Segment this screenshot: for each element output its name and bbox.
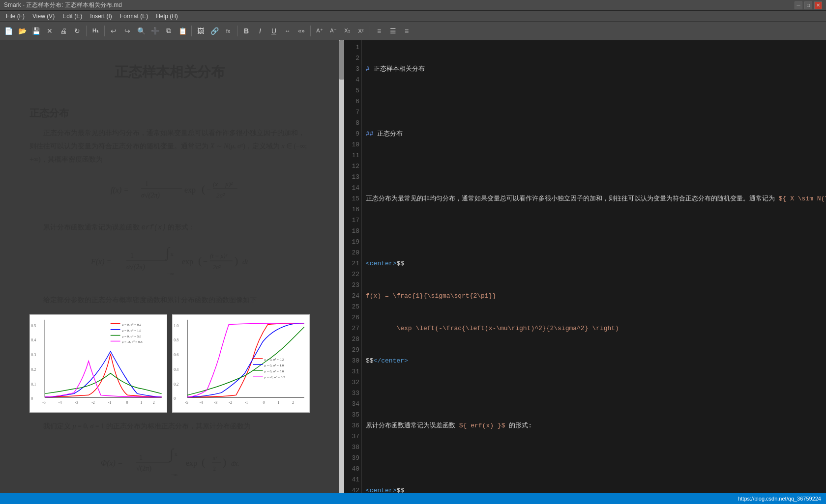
tb-open[interactable]: 📂: [16, 25, 29, 37]
ln-4: 4: [348, 75, 359, 85]
ln-42: 42: [348, 485, 359, 493]
cdf-chart: 0 0.2 0.4 0.6 0.8 1.0 -5 -4 -3 -2 -1: [172, 314, 310, 413]
svg-text:x²: x²: [212, 454, 217, 461]
code-editor[interactable]: # 正态样本相关分布 ## 正态分布 正态分布为最常见的非均匀分布，通常如果变量…: [362, 40, 826, 493]
ln-39: 39: [348, 453, 359, 464]
editor-scroll: 1 2 3 4 5 6 7 8 9 10 11 12 13 14 15 16 1…: [344, 40, 826, 493]
toolbar-sep-5: [310, 26, 311, 36]
tb-refresh[interactable]: ↻: [71, 25, 84, 37]
svg-text:(: (: [198, 254, 202, 267]
svg-text:μ = 0, σ² = 1.0: μ = 0, σ² = 1.0: [122, 329, 142, 332]
tb-italic[interactable]: I: [254, 25, 266, 37]
menu-format[interactable]: Format (E): [116, 12, 152, 21]
ln-9: 9: [348, 129, 359, 140]
preview-para2: 累计分布函数通常记为误差函数 erf(x) 的形式：: [30, 221, 310, 234]
svg-text:2σ²: 2σ²: [216, 192, 225, 199]
main-area: 正态样本相关分布 正态分布 正态分布为最常见的非均匀分布，通常如果变量总可以看作…: [0, 40, 826, 493]
tb-undo[interactable]: ↩: [107, 25, 120, 37]
ln-3: 3: [348, 64, 359, 75]
pdf-chart-svg: 0 0.1 0.2 0.3 0.4 0.5 -5 -4 -3 -2 -1: [30, 315, 167, 412]
tb-formula[interactable]: fx: [222, 25, 235, 37]
ln-37: 37: [348, 431, 359, 442]
tb-quotes[interactable]: «»: [295, 25, 308, 37]
svg-text:2σ²: 2σ²: [213, 264, 221, 271]
tb-strikethrough[interactable]: ↔: [281, 25, 294, 37]
ln-29: 29: [348, 345, 359, 356]
menu-view[interactable]: View (V): [29, 12, 59, 21]
svg-text:0.3: 0.3: [31, 353, 36, 357]
tb-underline[interactable]: U: [267, 25, 280, 37]
line-numbers: 1 2 3 4 5 6 7 8 9 10 11 12 13 14 15 16 1…: [344, 40, 362, 493]
formula-pdf: f(x) = 1 σ√(2π) exp ( − (x − μ)² 2σ² ): [30, 174, 310, 213]
svg-text:(: (: [202, 183, 205, 195]
svg-text:-3: -3: [214, 400, 218, 405]
minimize-button[interactable]: ─: [795, 1, 802, 9]
preview-scrollbar[interactable]: [339, 40, 344, 493]
menu-help[interactable]: Help (H): [152, 12, 182, 21]
svg-text:-5: -5: [42, 400, 46, 405]
formula-phi: Φ(x) = 1 √(2π) x −∞ ∫ exp ( − x² 2 ): [30, 441, 310, 490]
tb-fontsize-down[interactable]: A⁻: [327, 25, 340, 37]
code-line-10: $$</center>: [366, 356, 822, 366]
formula-pdf-svg: f(x) = 1 σ√(2π) exp ( − (x − μ)² 2σ² ): [101, 174, 238, 208]
maximize-button[interactable]: □: [804, 1, 812, 9]
tb-link[interactable]: 🔗: [208, 25, 221, 37]
svg-text:x: x: [171, 251, 174, 257]
tb-align-right[interactable]: ≡: [400, 25, 413, 37]
svg-text:2: 2: [292, 400, 294, 405]
ln-22: 22: [348, 269, 359, 280]
tb-image[interactable]: 🖼: [194, 25, 207, 37]
svg-text:0: 0: [174, 396, 176, 401]
tb-close[interactable]: ✕: [43, 25, 56, 37]
tb-subscript[interactable]: X₂: [341, 25, 354, 37]
tb-search[interactable]: 🔍: [135, 25, 148, 37]
svg-text:0.2: 0.2: [31, 367, 36, 372]
code-line-8: f(x) = \frac{1}{\sigma\sqrt{2\pi}}: [366, 291, 822, 302]
tb-superscript[interactable]: X²: [354, 25, 367, 37]
tb-add[interactable]: ➕: [148, 25, 161, 37]
tb-save[interactable]: 💾: [30, 25, 42, 37]
formula-cdf-svg: F(x) = 1 σ√(2π) x −∞ ∫ exp ( − (t − μ)² …: [86, 242, 253, 281]
menu-edit[interactable]: Edit (E): [59, 12, 86, 21]
ln-19: 19: [348, 237, 359, 248]
code-line-1: # 正态样本相关分布: [366, 64, 822, 75]
svg-text:(t − μ)²: (t − μ)²: [210, 252, 227, 259]
svg-text:exp: exp: [186, 459, 197, 468]
editor-panel[interactable]: 1 2 3 4 5 6 7 8 9 10 11 12 13 14 15 16 1…: [344, 40, 826, 493]
tb-h1[interactable]: H₁: [89, 25, 102, 37]
tb-paste[interactable]: 📋: [176, 25, 189, 37]
tb-bold[interactable]: B: [240, 25, 253, 37]
code-line-2: [366, 96, 822, 107]
svg-text:0: 0: [263, 400, 265, 405]
svg-text:exp: exp: [182, 257, 193, 266]
close-button[interactable]: ✕: [814, 1, 822, 9]
tb-fontsize-up[interactable]: A⁺: [313, 25, 326, 37]
tb-align-center[interactable]: ☰: [386, 25, 399, 37]
svg-text:μ = 0, σ² = 5.0: μ = 0, σ² = 5.0: [122, 334, 142, 337]
titlebar-text: Smark - 正态样本分布: 正态样本相关分布.md: [4, 1, 122, 9]
ln-24: 24: [348, 291, 359, 302]
svg-text:0.6: 0.6: [174, 353, 178, 357]
toolbar-sep-2: [104, 26, 105, 36]
chart-area: 0 0.1 0.2 0.3 0.4 0.5 -5 -4 -3 -2 -1: [30, 314, 310, 413]
ln-10: 10: [348, 140, 359, 150]
scrollbar-thumb[interactable]: [339, 40, 344, 80]
svg-text:-4: -4: [200, 400, 203, 405]
menu-file[interactable]: File (F): [2, 12, 29, 21]
tb-new[interactable]: 📄: [2, 25, 15, 37]
ln-41: 41: [348, 475, 359, 485]
menu-insert[interactable]: Insert (I): [86, 12, 116, 21]
toolbar-sep-4: [237, 26, 237, 36]
tb-redo[interactable]: ↪: [121, 25, 134, 37]
ln-12: 12: [348, 161, 359, 172]
code-line-3: ## 正态分布: [366, 129, 822, 140]
tb-copy[interactable]: ⧉: [162, 25, 175, 37]
svg-text:dx.: dx.: [231, 460, 239, 467]
preview-scroll[interactable]: 正态样本相关分布 正态分布 正态分布为最常见的非均匀分布，通常如果变量总可以看作…: [0, 40, 339, 493]
tb-align-left[interactable]: ≡: [373, 25, 385, 37]
ln-38: 38: [348, 442, 359, 453]
ln-40: 40: [348, 464, 359, 475]
tb-print[interactable]: 🖨: [57, 25, 70, 37]
svg-text:): ): [223, 456, 226, 468]
svg-text:2: 2: [213, 465, 216, 472]
